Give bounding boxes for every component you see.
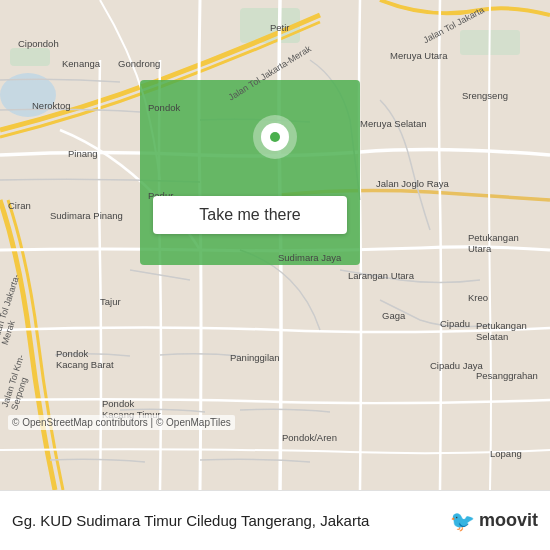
map-attribution: © OpenStreetMap contributors | © OpenMap… [8, 415, 235, 430]
take-me-there-button[interactable]: Take me there [153, 196, 347, 234]
take-me-there-label: Take me there [199, 206, 300, 224]
bottom-bar: Gg. KUD Sudimara Timur Ciledug Tangerang… [0, 490, 550, 550]
moovit-logo: 🐦 moovit [450, 509, 538, 533]
map-container[interactable]: Take me there Cipondoh Petir Kenanga Gon… [0, 0, 550, 490]
app: Take me there Cipondoh Petir Kenanga Gon… [0, 0, 550, 550]
svg-rect-2 [10, 48, 50, 66]
moovit-icon: 🐦 [450, 509, 475, 533]
location-pin [253, 115, 297, 159]
moovit-text: moovit [479, 510, 538, 531]
map-highlight-overlay [140, 80, 360, 265]
location-name: Gg. KUD Sudimara Timur Ciledug Tangerang… [12, 512, 450, 529]
